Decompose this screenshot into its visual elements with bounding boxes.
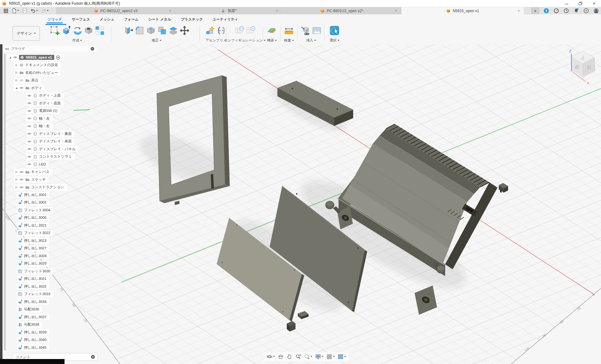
extensions-icon[interactable] <box>543 8 549 14</box>
ribbon-tab-フォーム[interactable]: フォーム <box>123 15 139 23</box>
browser-tree-item[interactable]: 押し出し3039 <box>17 329 49 335</box>
viewport-canvas[interactable]: 2001757550250255075100 <box>0 44 601 364</box>
selected-item-chip[interactable]: N5915_open v1 <box>19 55 54 60</box>
window-minimize-button[interactable] <box>560 0 574 7</box>
add-comment-icon[interactable] <box>91 355 95 359</box>
ribbon-group-label[interactable]: 修正 <box>152 38 161 43</box>
browser-tree-item[interactable]: ドキュメントの設定 <box>14 62 61 68</box>
combine-icon[interactable] <box>157 26 167 36</box>
close-tab-icon[interactable]: × <box>517 8 520 13</box>
browser-scrollbar[interactable] <box>4 54 6 351</box>
close-tab-icon[interactable]: × <box>169 8 171 13</box>
visibility-eye-icon[interactable] <box>19 185 24 189</box>
ribbon-tab-メッシュ[interactable]: メッシュ <box>99 15 115 23</box>
revolve-icon[interactable] <box>72 26 82 36</box>
viewport-3d[interactable]: 2001757550250255075100 <box>0 44 601 364</box>
display-settings-button[interactable] <box>314 353 325 360</box>
document-tab[interactable]: PC-9801U2_open2 v3× <box>56 7 175 14</box>
joint-icon[interactable] <box>216 26 226 36</box>
browser-tree-item[interactable]: 押し出し3029 <box>17 261 49 267</box>
browser-tree-item[interactable]: コンストラクション <box>14 184 67 190</box>
browser-tree-item[interactable]: 押し出し3005 <box>17 215 49 221</box>
collapse-arrow-icon[interactable] <box>15 64 18 67</box>
browser-tree-item[interactable]: 押し出し3002 <box>17 199 49 206</box>
browser-tree-item[interactable]: ボディ <box>14 85 45 91</box>
create-sketch-icon[interactable] <box>50 26 60 36</box>
insert-canvas-icon[interactable] <box>312 26 322 36</box>
ribbon-group-label[interactable]: 選択 <box>330 38 339 43</box>
visibility-eye-icon[interactable] <box>19 86 24 90</box>
document-tab[interactable]: PC-9801U2_open v2*× <box>282 7 401 14</box>
ribbon-tab-シート メタル[interactable]: シート メタル <box>148 15 172 23</box>
browser-tree-item[interactable]: ディスプレイ・パネル <box>26 146 78 152</box>
browser-tree-item[interactable]: LED <box>26 161 49 167</box>
notifications-icon[interactable] <box>573 8 579 14</box>
browser-tree-item[interactable]: 勾配3036 <box>17 306 42 313</box>
ribbon-group-label[interactable]: アセンブリ <box>205 38 226 43</box>
browser-tree-item[interactable]: 軸・右 <box>26 123 53 129</box>
browser-tree-item[interactable]: ボディ・上面 <box>26 93 64 99</box>
browser-tree-item[interactable]: 押し出し3023 <box>17 237 49 244</box>
visibility-eye-off-icon[interactable] <box>19 78 24 83</box>
fillet-icon[interactable] <box>135 26 145 36</box>
visibility-eye-icon[interactable] <box>27 116 31 121</box>
move-icon[interactable] <box>180 26 190 36</box>
visibility-eye-icon[interactable] <box>27 155 31 159</box>
select-tool-icon[interactable] <box>329 26 339 36</box>
minimize-panel-icon[interactable] <box>90 47 94 51</box>
browser-tree-item[interactable]: 軸・左 <box>26 115 53 122</box>
collapse-arrow-icon[interactable] <box>15 79 18 82</box>
visibility-eye-icon[interactable] <box>27 139 31 144</box>
help-icon[interactable]: ? <box>583 8 589 14</box>
browser-tree-item[interactable]: 押し出し3028 <box>17 253 49 259</box>
new-tab-button[interactable]: + <box>531 7 539 14</box>
browser-tree-item[interactable]: フィレット3030 <box>17 268 53 274</box>
browser-tree-item[interactable]: 押し出し3027 <box>17 245 49 251</box>
workspace-selector[interactable]: デザイン <box>12 26 40 41</box>
browser-tree-item[interactable]: 押し出し3031 <box>17 276 49 282</box>
browser-header[interactable]: ブラウザ <box>3 46 97 52</box>
expand-arrow-icon[interactable] <box>8 56 12 59</box>
browser-tree-item[interactable]: 押し出し3001 <box>17 192 49 198</box>
browser-tree-item[interactable]: フィレット3022 <box>17 230 53 236</box>
shell-icon[interactable] <box>146 26 156 36</box>
visibility-eye-icon[interactable] <box>19 170 24 174</box>
visibility-eye-icon[interactable] <box>27 93 31 98</box>
insert-derive-icon[interactable] <box>300 26 310 36</box>
ribbon-group-label[interactable]: コンフィギュレーション <box>224 38 266 43</box>
browser-tree-item[interactable]: 押し出し3045 <box>17 344 49 351</box>
activate-radio-icon[interactable] <box>56 55 60 60</box>
hole-icon[interactable] <box>84 26 94 36</box>
visibility-eye-icon[interactable] <box>13 55 17 60</box>
browser-tree-item[interactable]: 原点 <box>14 77 41 84</box>
job-status-icon[interactable] <box>553 8 559 14</box>
look-at-button[interactable] <box>277 353 285 360</box>
close-tab-icon[interactable]: × <box>395 8 397 13</box>
browser-tree-item[interactable]: コントラストツマミ <box>26 154 75 160</box>
visibility-eye-icon[interactable] <box>27 147 31 151</box>
account-icon[interactable] <box>593 8 599 14</box>
redo-button[interactable] <box>41 8 49 14</box>
collapse-panel-icon[interactable] <box>5 47 9 50</box>
split-icon[interactable] <box>168 26 178 36</box>
browser-tree-item[interactable]: フィレット3004 <box>17 207 53 213</box>
visibility-eye-icon[interactable] <box>27 162 31 166</box>
browser-tree-item[interactable]: ボディ・底面 <box>26 100 64 106</box>
browser-tree-item[interactable]: 勾配3038 <box>17 322 42 328</box>
ribbon-tab-プラスチック[interactable]: プラスチック <box>180 15 204 23</box>
config-insert-icon[interactable] <box>246 26 256 36</box>
save-button[interactable] <box>22 8 28 14</box>
browser-tree-item[interactable]: 電源SW (1) <box>26 108 60 114</box>
ribbon-group-label[interactable]: 検査 <box>284 38 294 43</box>
document-tab[interactable]: N5915_open v1× <box>401 7 524 14</box>
ribbon-group-label[interactable]: 挿入 <box>306 38 316 43</box>
collapse-arrow-icon[interactable] <box>15 170 18 174</box>
app-launcher-button[interactable] <box>2 8 9 14</box>
ribbon-tab-ソリッド[interactable]: ソリッド <box>47 15 63 23</box>
zoom-button[interactable] <box>294 353 302 360</box>
visibility-eye-icon[interactable] <box>27 132 31 136</box>
browser-tree-item[interactable]: 名前の付いたビュー <box>14 69 61 76</box>
browser-tree-item[interactable]: 押し出し3040 <box>17 337 49 343</box>
pan-button[interactable] <box>286 353 293 360</box>
fit-button[interactable] <box>303 353 313 360</box>
